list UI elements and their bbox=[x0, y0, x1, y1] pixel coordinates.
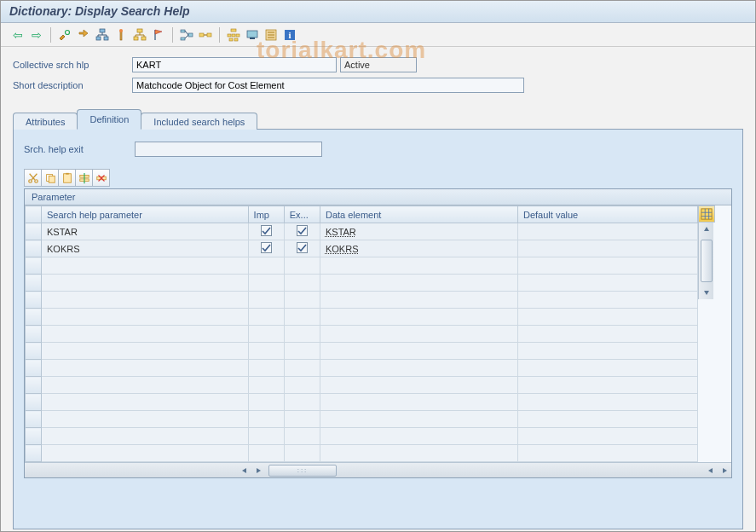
cell-parameter[interactable] bbox=[41, 360, 248, 377]
cell-data-element[interactable]: KSTAR bbox=[320, 223, 517, 240]
cell-imp-checkbox[interactable] bbox=[248, 394, 284, 411]
cell-default-value[interactable] bbox=[518, 292, 698, 309]
row-selector[interactable] bbox=[26, 275, 42, 292]
cell-parameter[interactable] bbox=[41, 292, 248, 309]
cell-exp-checkbox[interactable] bbox=[284, 428, 320, 445]
cell-default-value[interactable] bbox=[518, 360, 698, 377]
scroll-up-button[interactable] bbox=[700, 223, 713, 236]
row-selector[interactable] bbox=[26, 343, 42, 360]
cell-exp-checkbox[interactable] bbox=[284, 257, 320, 275]
cell-parameter[interactable] bbox=[41, 275, 248, 292]
cell-default-value[interactable] bbox=[518, 445, 698, 462]
cell-data-element[interactable] bbox=[320, 394, 517, 411]
cell-exp-checkbox[interactable] bbox=[284, 240, 320, 257]
column-rowselector[interactable] bbox=[26, 206, 42, 223]
cell-default-value[interactable] bbox=[518, 240, 698, 257]
cell-default-value[interactable] bbox=[518, 309, 698, 326]
row-selector[interactable] bbox=[26, 292, 42, 309]
scroll-down-button[interactable] bbox=[700, 286, 713, 299]
toolbar-where-used-button[interactable] bbox=[131, 26, 148, 43]
cell-imp-checkbox[interactable] bbox=[248, 428, 284, 445]
cell-data-element[interactable] bbox=[320, 326, 517, 343]
row-selector[interactable] bbox=[26, 445, 42, 462]
field-short-description[interactable] bbox=[132, 78, 524, 93]
cell-default-value[interactable] bbox=[518, 257, 698, 275]
cell-default-value[interactable] bbox=[518, 394, 698, 411]
horizontal-scrollbar[interactable]: ::: bbox=[25, 462, 731, 477]
cell-imp-checkbox[interactable] bbox=[248, 343, 284, 360]
cell-data-element[interactable] bbox=[320, 292, 517, 309]
tab-definition[interactable]: Definition bbox=[77, 109, 141, 130]
toolbar-check-button[interactable] bbox=[94, 26, 111, 43]
toolbar-activate-button[interactable] bbox=[113, 26, 130, 43]
cell-parameter[interactable] bbox=[41, 257, 248, 275]
column-default-value[interactable]: Default value bbox=[518, 206, 698, 223]
cell-imp-checkbox[interactable] bbox=[248, 223, 284, 240]
cell-data-element[interactable] bbox=[320, 309, 517, 326]
scroll-left-button[interactable] bbox=[238, 464, 251, 477]
column-imp[interactable]: Imp bbox=[248, 206, 284, 223]
cell-data-element[interactable] bbox=[320, 445, 517, 462]
row-selector[interactable] bbox=[26, 428, 42, 445]
toolbar-flag-button[interactable] bbox=[150, 26, 167, 43]
cell-data-element[interactable] bbox=[320, 428, 517, 445]
toolbar-org-button[interactable] bbox=[225, 26, 242, 43]
row-selector[interactable] bbox=[26, 326, 42, 343]
row-selector[interactable] bbox=[26, 411, 42, 428]
column-search-help-parameter[interactable]: Search help parameter bbox=[41, 206, 248, 223]
cell-exp-checkbox[interactable] bbox=[284, 275, 320, 292]
toolbar-list-button[interactable] bbox=[263, 26, 280, 43]
column-exp[interactable]: Ex... bbox=[284, 206, 320, 223]
grid-paste-button[interactable] bbox=[58, 169, 76, 187]
tab-included-search-helps[interactable]: Included search helps bbox=[141, 113, 257, 130]
cell-imp-checkbox[interactable] bbox=[248, 292, 284, 309]
cell-imp-checkbox[interactable] bbox=[248, 445, 284, 462]
row-selector[interactable] bbox=[26, 223, 42, 240]
cell-parameter[interactable] bbox=[41, 309, 248, 326]
row-selector[interactable] bbox=[26, 377, 42, 394]
cell-default-value[interactable] bbox=[518, 223, 698, 240]
cell-default-value[interactable] bbox=[518, 377, 698, 394]
nav-back-button[interactable]: ⇦ bbox=[9, 26, 26, 43]
field-srch-help-exit[interactable] bbox=[135, 142, 322, 157]
cell-data-element[interactable] bbox=[320, 343, 517, 360]
scroll-thumb-horizontal[interactable]: ::: bbox=[268, 465, 337, 477]
cell-data-element[interactable] bbox=[320, 275, 517, 292]
scroll-thumb[interactable] bbox=[701, 240, 713, 282]
toolbar-documentation-button[interactable]: i bbox=[281, 26, 298, 43]
cell-default-value[interactable] bbox=[518, 275, 698, 292]
cell-data-element[interactable] bbox=[320, 377, 517, 394]
cell-parameter[interactable] bbox=[41, 326, 248, 343]
nav-forward-button[interactable]: ⇨ bbox=[28, 26, 45, 43]
cell-imp-checkbox[interactable] bbox=[248, 240, 284, 257]
cell-data-element[interactable] bbox=[320, 257, 517, 275]
cell-parameter[interactable] bbox=[41, 411, 248, 428]
vertical-scrollbar[interactable] bbox=[698, 223, 713, 299]
cell-exp-checkbox[interactable] bbox=[284, 360, 320, 377]
cell-imp-checkbox[interactable] bbox=[248, 275, 284, 292]
cell-exp-checkbox[interactable] bbox=[284, 377, 320, 394]
cell-parameter[interactable]: KSTAR bbox=[41, 223, 248, 240]
cell-parameter[interactable] bbox=[41, 428, 248, 445]
cell-data-element[interactable] bbox=[320, 411, 517, 428]
cell-exp-checkbox[interactable] bbox=[284, 343, 320, 360]
cell-default-value[interactable] bbox=[518, 326, 698, 343]
cell-exp-checkbox[interactable] bbox=[284, 411, 320, 428]
cell-data-element[interactable] bbox=[320, 360, 517, 377]
cell-data-element[interactable]: KOKRS bbox=[320, 240, 517, 257]
cell-exp-checkbox[interactable] bbox=[284, 223, 320, 240]
cell-exp-checkbox[interactable] bbox=[284, 326, 320, 343]
row-selector[interactable] bbox=[26, 240, 42, 257]
cell-parameter[interactable] bbox=[41, 445, 248, 462]
cell-imp-checkbox[interactable] bbox=[248, 309, 284, 326]
tab-attributes[interactable]: Attributes bbox=[13, 113, 78, 130]
row-selector[interactable] bbox=[26, 394, 42, 411]
grid-delete-row-button[interactable] bbox=[92, 169, 110, 187]
toolbar-hierarchy-button[interactable] bbox=[178, 26, 195, 43]
field-collective-srch-hlp[interactable] bbox=[132, 57, 337, 72]
cell-parameter[interactable] bbox=[41, 377, 248, 394]
cell-parameter[interactable] bbox=[41, 394, 248, 411]
cell-exp-checkbox[interactable] bbox=[284, 292, 320, 309]
cell-default-value[interactable] bbox=[518, 343, 698, 360]
cell-imp-checkbox[interactable] bbox=[248, 411, 284, 428]
